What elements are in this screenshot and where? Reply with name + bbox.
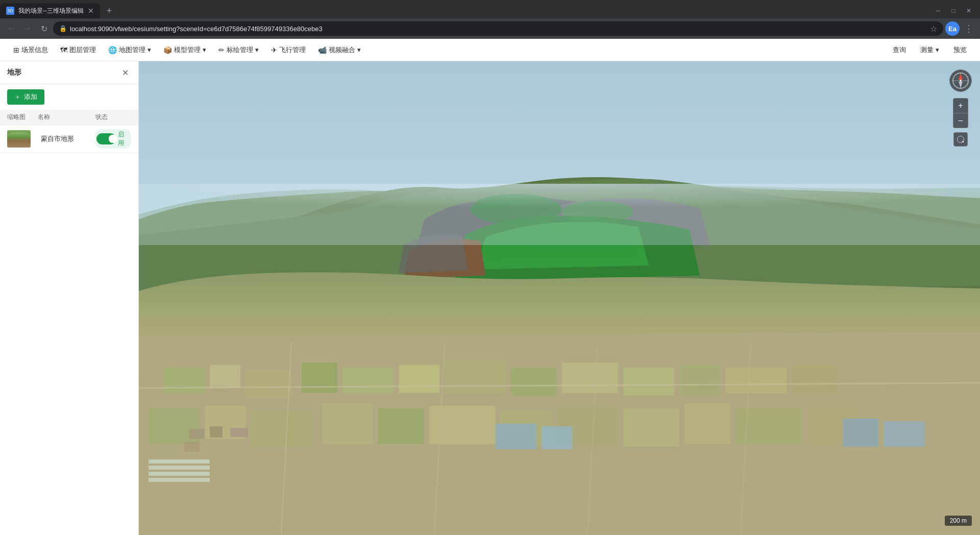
zoom-in-button[interactable]: + [953,99,968,113]
compass-center-dot [960,80,962,82]
add-icon: ＋ [14,92,21,102]
preview-button[interactable]: 预览 [948,43,972,57]
compass-button[interactable] [949,69,972,92]
zoom-controls: + – [953,98,968,128]
maximize-button[interactable]: □ [946,6,961,16]
user-avatar[interactable]: Ea [945,21,960,36]
svg-rect-9 [445,360,506,393]
measure-label: 测量 [920,46,934,54]
map-controls: + – [949,69,972,147]
measure-button[interactable]: 测量 ▾ [915,43,944,57]
tab-bar: 3D 我的场景--三维场景编辑 ✕ + ─ □ ✕ [0,0,980,18]
col-name: 名称 [38,113,95,121]
toolbar-right: 查询 测量 ▾ 预览 [888,43,972,57]
svg-rect-11 [562,362,618,393]
mark-manage-label: 标绘管理 [227,45,253,55]
terrain-visualization [139,61,980,535]
main-area: 地形 ✕ ＋ 添加 缩略图 名称 状态 蒙自市地形 [0,61,980,535]
toolbar-layer-manage[interactable]: 🗺 图层管理 [55,42,101,58]
svg-rect-8 [399,365,439,393]
compass-north-needle [959,74,963,80]
svg-rect-47 [139,184,980,245]
scene-info-icon: ⊞ [13,46,19,54]
svg-rect-33 [210,426,223,437]
svg-rect-15 [792,365,838,393]
reload-button[interactable]: ↻ [37,21,51,36]
svg-rect-35 [159,444,179,455]
toggle-wrap: 启用 [95,129,131,149]
svg-rect-7 [342,368,394,393]
lock-icon: 🔒 [59,25,67,32]
svg-rect-38 [149,466,210,470]
sidebar-toolbar: ＋ 添加 [0,84,138,110]
model-manage-label: 模型管理 [174,45,201,55]
scale-bar: 200 m [945,516,972,526]
tilt-button[interactable] [953,132,968,147]
toolbar-mark-manage[interactable]: ✏ 标绘管理 ▾ [213,42,264,58]
browser-window: 3D 我的场景--三维场景编辑 ✕ + ─ □ ✕ ← → ↻ 🔒 localh… [0,0,980,39]
zoom-out-button[interactable]: – [953,113,968,128]
map-manage-arrow: ▾ [148,46,151,54]
svg-rect-20 [378,408,424,444]
svg-rect-30 [843,419,878,447]
scale-value: 200 m [950,517,967,524]
svg-rect-19 [322,403,373,444]
svg-rect-28 [496,424,536,449]
map-manage-icon: 🌐 [108,46,117,54]
model-manage-icon: 📦 [163,46,172,54]
3d-viewport[interactable]: + – 200 m [139,61,980,535]
mark-manage-icon: ✏ [218,46,225,54]
status-toggle[interactable]: 启用 [95,129,131,149]
tab-title: 我的场景--三维场景编辑 [18,7,84,15]
query-button[interactable]: 查询 [888,43,911,57]
svg-rect-12 [623,368,674,396]
measure-arrow: ▾ [936,46,939,54]
add-terrain-button[interactable]: ＋ 添加 [7,89,44,105]
toggle-label: 启用 [118,130,128,148]
svg-rect-6 [302,362,337,393]
svg-rect-39 [149,472,210,476]
map-manage-label: 地图管理 [119,45,145,55]
terrain-row[interactable]: 蒙自市地形 启用 [0,125,138,153]
svg-rect-13 [679,365,720,396]
fly-manage-label: 飞行管理 [279,45,306,55]
layer-manage-label: 图层管理 [69,45,96,55]
add-label: 添加 [24,92,37,102]
app-toolbar: ⊞ 场景信息 🗺 图层管理 🌐 地图管理 ▾ 📦 模型管理 ▾ ✏ 标绘管理 ▾… [0,39,980,61]
toolbar-map-manage[interactable]: 🌐 地图管理 ▾ [103,42,156,58]
terrain-sidebar: 地形 ✕ ＋ 添加 缩略图 名称 状态 蒙自市地形 [0,61,139,535]
table-header: 缩略图 名称 状态 [0,110,138,125]
toolbar-video-fusion[interactable]: 📹 视频融合 ▾ [313,42,366,58]
browser-menu-button[interactable]: ⋮ [962,21,976,36]
forward-button[interactable]: → [20,21,35,36]
fly-manage-icon: ✈ [271,46,277,54]
col-status: 状态 [95,113,131,121]
tilt-icon [957,136,964,143]
address-bar-row: ← → ↻ 🔒 localhost:9090/vfweb/cesium/sett… [0,18,980,39]
close-button[interactable]: ✕ [962,6,976,16]
new-tab-button[interactable]: + [102,4,116,18]
toolbar-model-manage[interactable]: 📦 模型管理 ▾ [158,42,211,58]
toolbar-fly-manage[interactable]: ✈ 飞行管理 [266,42,311,58]
video-fusion-arrow: ▾ [357,46,361,54]
svg-rect-10 [511,368,557,396]
address-bar[interactable]: 🔒 localhost:9090/vfweb/cesium/setting?sc… [53,21,943,36]
url-text: localhost:9090/vfweb/cesium/setting?scen… [70,25,323,33]
svg-rect-3 [164,368,205,393]
tab-close-button[interactable]: ✕ [88,7,94,15]
tab-favicon: 3D [6,7,14,15]
back-button[interactable]: ← [4,21,18,36]
toggle-switch[interactable] [96,133,116,144]
minimize-button[interactable]: ─ [931,6,945,16]
compass-south-needle [959,82,963,88]
terrain-name: 蒙自市地形 [38,134,95,143]
sidebar-close-button[interactable]: ✕ [119,66,131,79]
toolbar-scene-info[interactable]: ⊞ 场景信息 [8,42,53,58]
svg-rect-25 [684,403,730,444]
svg-rect-24 [623,408,679,447]
toggle-slider [96,133,116,144]
active-tab[interactable]: 3D 我的场景--三维场景编辑 ✕ [0,3,100,18]
bookmark-icon[interactable]: ☆ [930,24,937,34]
svg-rect-29 [542,426,572,449]
sidebar-header: 地形 ✕ [0,61,138,84]
